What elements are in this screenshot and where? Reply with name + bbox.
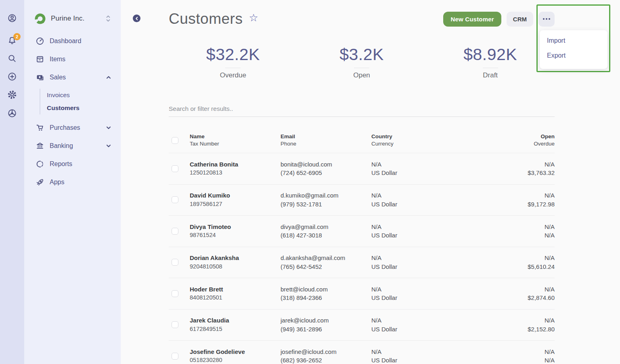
customer-email: brett@icloud.com	[281, 285, 371, 294]
company-switcher[interactable]: Purine Inc.	[35, 12, 121, 25]
wheel-icon[interactable]	[7, 108, 17, 118]
customers-table: Name Tax Number Email Phone Country Curr…	[169, 127, 555, 364]
customer-country: N/A	[371, 254, 462, 262]
page-title: Customers	[169, 10, 243, 27]
box-icon	[36, 55, 44, 64]
company-switch-icon[interactable]	[105, 15, 111, 23]
quick-add-icon[interactable]	[7, 72, 17, 81]
customer-tax-number: 0518230280	[190, 356, 281, 364]
customer-name: Josefine Godelieve	[190, 347, 281, 356]
chevron-left-icon	[135, 17, 139, 21]
table-row[interactable]: Dorian Akanksha 9204810508 d.akanksha@gm…	[169, 247, 555, 279]
customer-currency: US Dollar	[371, 168, 462, 177]
customer-phone: (979) 532-1781	[281, 200, 371, 209]
stat-label: Open	[297, 71, 426, 79]
customer-overdue-amount: $2,874.60	[462, 293, 555, 302]
search-bar	[169, 102, 555, 117]
sidebar-item-apps[interactable]: Apps	[24, 173, 121, 191]
customer-open-amount: N/A	[462, 223, 555, 231]
notifications-bell-icon[interactable]: 2	[7, 36, 17, 46]
stat-label: Draft	[426, 71, 555, 79]
sidebar-collapse-button[interactable]	[133, 15, 140, 22]
table-row[interactable]: Divya Timoteo 98761524 divya@gmail.com (…	[169, 216, 555, 247]
page-header: Customers ☆ New Customer CRM	[169, 9, 555, 29]
sidebar-item-reports[interactable]: Reports	[24, 155, 121, 173]
search-icon[interactable]	[7, 54, 17, 63]
settings-gear-icon[interactable]	[7, 90, 17, 100]
stat-divider	[225, 68, 241, 68]
favorite-star-icon[interactable]: ☆	[249, 12, 258, 24]
rocket-icon	[36, 178, 44, 187]
customer-overdue-amount: N/A	[462, 231, 555, 240]
customer-name: Divya Timoteo	[190, 223, 281, 231]
customer-phone: (949) 361-2896	[281, 325, 371, 334]
sidebar-item-label: Sales	[50, 74, 105, 81]
stat-divider	[354, 68, 369, 68]
new-customer-button[interactable]: New Customer	[443, 12, 501, 27]
customer-phone: (765) 642-5452	[281, 262, 371, 271]
customer-open-amount: N/A	[462, 160, 555, 169]
row-checkbox[interactable]	[172, 353, 178, 360]
crm-button[interactable]: CRM	[507, 12, 533, 27]
select-all-checkbox[interactable]	[172, 137, 178, 144]
user-profile-icon[interactable]	[7, 13, 17, 23]
company-logo-icon	[35, 13, 46, 24]
chevron-down-icon	[105, 143, 112, 149]
col-overdue[interactable]: Overdue	[462, 140, 555, 148]
customer-open-amount: N/A	[462, 347, 555, 356]
col-name[interactable]: Name	[190, 133, 281, 140]
import-menu-item[interactable]: Import	[540, 33, 607, 48]
customer-overdue-amount: $5,610.24	[462, 262, 555, 271]
main-content: Customers ☆ New Customer CRM $32.2K Over…	[121, 0, 620, 364]
customer-currency: US Dollar	[371, 231, 462, 240]
table-row[interactable]: Hoder Brett 8408120501 brett@icloud.com …	[169, 278, 555, 310]
customer-phone: (618) 427-3018	[281, 231, 371, 240]
col-tax-number[interactable]: Tax Number	[190, 140, 281, 148]
sidebar-item-items[interactable]: Items	[24, 50, 121, 68]
col-currency[interactable]: Currency	[371, 140, 462, 148]
sidebar-item-invoices[interactable]: Invoices	[47, 89, 121, 102]
customer-overdue-amount: $3,763.32	[462, 168, 555, 177]
customer-currency: US Dollar	[371, 200, 462, 209]
sidebar-item-label: Apps	[50, 179, 112, 186]
row-checkbox[interactable]	[172, 196, 178, 203]
sidebar-item-banking[interactable]: Banking	[24, 137, 121, 155]
export-menu-item[interactable]: Export	[540, 48, 607, 62]
sidebar: Purine Inc. Dashboard	[24, 0, 121, 364]
search-input[interactable]	[169, 102, 555, 116]
row-checkbox[interactable]	[172, 165, 178, 172]
table-row[interactable]: Catherina Bonita 1250120813 bonita@iclou…	[169, 153, 555, 185]
sidebar-item-purchases[interactable]: Purchases	[24, 119, 121, 137]
stat-value: $32.2K	[169, 45, 297, 64]
more-actions-button[interactable]	[538, 12, 555, 27]
col-email[interactable]: Email	[281, 133, 371, 140]
sidebar-item-sales[interactable]: Sales	[24, 68, 121, 86]
table-row[interactable]: Jarek Claudia 6172849515 jarek@icloud.co…	[169, 310, 555, 341]
table-row[interactable]: David Kumiko 1897586127 d.kumiko@gmail.c…	[169, 185, 555, 216]
row-checkbox[interactable]	[172, 259, 178, 266]
row-checkbox[interactable]	[172, 290, 178, 297]
customer-currency: US Dollar	[371, 356, 462, 364]
money-icon	[36, 73, 44, 82]
row-checkbox[interactable]	[172, 228, 178, 235]
sidebar-item-customers[interactable]: Customers	[47, 102, 121, 114]
customer-tax-number: 6172849515	[190, 325, 281, 334]
sidebar-item-label: Items	[50, 56, 112, 63]
col-phone[interactable]: Phone	[281, 140, 371, 148]
table-body: Catherina Bonita 1250120813 bonita@iclou…	[169, 153, 555, 364]
row-checkbox[interactable]	[172, 321, 178, 328]
customer-country: N/A	[371, 347, 462, 356]
sidebar-item-label: Dashboard	[50, 37, 112, 45]
customer-tax-number: 1897586127	[190, 200, 281, 209]
customer-phone: (318) 894-2366	[281, 293, 371, 302]
sidebar-item-dashboard[interactable]: Dashboard	[24, 32, 121, 50]
col-country[interactable]: Country	[371, 133, 462, 140]
chevron-up-icon	[105, 75, 112, 80]
customer-currency: US Dollar	[371, 325, 462, 334]
customer-open-amount: N/A	[462, 191, 555, 200]
col-open[interactable]: Open	[462, 133, 555, 140]
customer-country: N/A	[371, 285, 462, 294]
customer-country: N/A	[371, 191, 462, 200]
ellipsis-icon	[543, 18, 545, 20]
table-row[interactable]: Josefine Godelieve 0518230280 josefine@i…	[169, 341, 555, 364]
